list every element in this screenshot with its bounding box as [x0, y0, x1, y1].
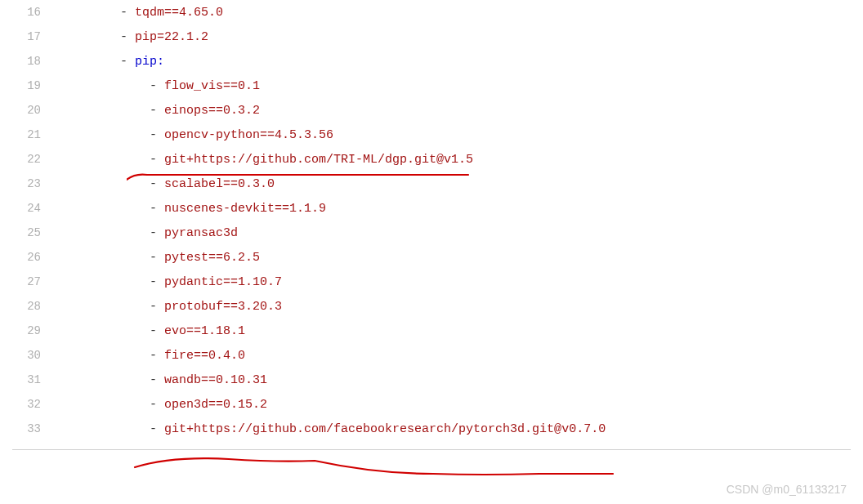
code-line: 28 - protobuf==3.20.3 — [0, 294, 863, 319]
line-content: - open3d==0.15.2 — [61, 398, 267, 412]
line-number: 30 — [0, 349, 61, 362]
line-content: - tqdm==4.65.0 — [61, 6, 223, 20]
footer-divider — [12, 449, 851, 450]
code-line: 21 - opencv-python==4.5.3.56 — [0, 123, 863, 147]
line-number: 26 — [0, 251, 61, 264]
code-line: 19 - flow_vis==0.1 — [0, 74, 863, 98]
watermark: CSDN @m0_61133217 — [727, 483, 847, 496]
line-content: - pip=22.1.2 — [61, 30, 208, 44]
line-number: 19 — [0, 79, 61, 92]
line-number: 18 — [0, 55, 61, 68]
code-line: 16 - tqdm==4.65.0 — [0, 0, 863, 25]
line-number: 27 — [0, 275, 61, 288]
code-block: 16 - tqdm==4.65.017 - pip=22.1.218 - pip… — [0, 0, 863, 441]
code-line: 24 - nuscenes-devkit==1.1.9 — [0, 196, 863, 221]
line-number: 20 — [0, 104, 61, 117]
code-line: 22 - git+https://github.com/TRI-ML/dgp.g… — [0, 147, 863, 172]
line-content: - git+https://github.com/facebookresearc… — [61, 422, 606, 436]
line-number: 25 — [0, 226, 61, 239]
line-content: - pytest==6.2.5 — [61, 251, 260, 265]
code-line: 27 - pydantic==1.10.7 — [0, 270, 863, 294]
code-line: 32 - open3d==0.15.2 — [0, 392, 863, 417]
line-content: - nuscenes-devkit==1.1.9 — [61, 202, 326, 216]
line-content: - git+https://github.com/TRI-ML/dgp.git@… — [61, 153, 473, 167]
line-content: - wandb==0.10.31 — [61, 373, 267, 387]
code-line: 26 - pytest==6.2.5 — [0, 245, 863, 270]
code-line: 17 - pip=22.1.2 — [0, 25, 863, 49]
code-line: 30 - fire==0.4.0 — [0, 343, 863, 368]
line-content: - protobuf==3.20.3 — [61, 300, 282, 314]
code-line: 23 - scalabel==0.3.0 — [0, 172, 863, 196]
line-content: - pyransac3d — [61, 226, 238, 240]
code-line: 20 - einops==0.3.2 — [0, 98, 863, 123]
line-number: 31 — [0, 373, 61, 386]
line-number: 23 — [0, 177, 61, 190]
line-content: - pip: — [61, 55, 164, 69]
line-number: 24 — [0, 202, 61, 215]
code-line: 18 - pip: — [0, 49, 863, 74]
line-content: - scalabel==0.3.0 — [61, 177, 275, 191]
line-content: - opencv-python==4.5.3.56 — [61, 128, 333, 142]
code-line: 29 - evo==1.18.1 — [0, 319, 863, 343]
line-number: 28 — [0, 300, 61, 313]
line-content: - pydantic==1.10.7 — [61, 275, 282, 289]
line-number: 21 — [0, 128, 61, 141]
line-content: - flow_vis==0.1 — [61, 79, 260, 93]
line-number: 16 — [0, 6, 61, 19]
line-number: 29 — [0, 324, 61, 337]
line-content: - einops==0.3.2 — [61, 104, 260, 118]
line-number: 22 — [0, 153, 61, 166]
line-content: - evo==1.18.1 — [61, 324, 245, 338]
line-number: 17 — [0, 30, 61, 43]
line-number: 32 — [0, 398, 61, 411]
code-line: 25 - pyransac3d — [0, 221, 863, 245]
code-line: 33 - git+https://github.com/facebookrese… — [0, 417, 863, 441]
code-line: 31 - wandb==0.10.31 — [0, 368, 863, 392]
line-content: - fire==0.4.0 — [61, 349, 245, 363]
annotation-underline-2 — [131, 454, 621, 479]
line-number: 33 — [0, 422, 61, 435]
